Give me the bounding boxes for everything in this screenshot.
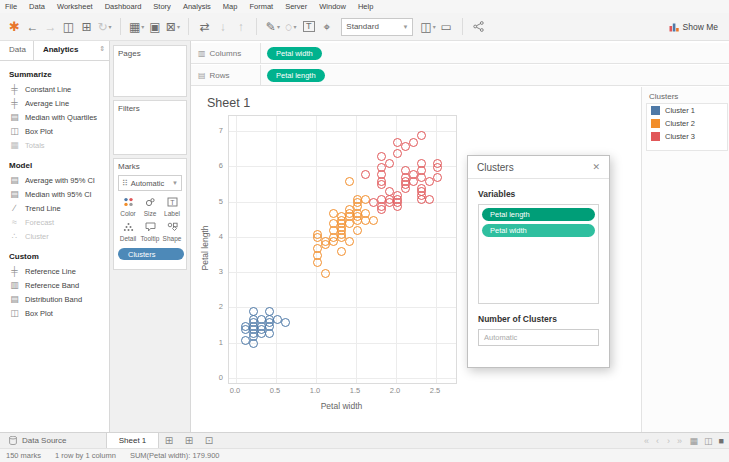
mark-type-dropdown[interactable]: ⠿ Automatic ▼: [118, 175, 182, 191]
analytics-item-average-line[interactable]: ╪Average Line: [0, 96, 109, 110]
data-point[interactable]: [393, 138, 402, 147]
redo-button[interactable]: →: [43, 17, 58, 37]
analytics-item-reference-line[interactable]: ╪Reference Line: [0, 264, 109, 278]
view-mode-dropdown[interactable]: Standard▼: [341, 18, 413, 36]
menu-window[interactable]: Window: [319, 2, 346, 11]
show-me-button[interactable]: Show Me: [669, 22, 722, 32]
save-button[interactable]: ◫: [61, 17, 76, 37]
tab-analytics[interactable]: Analytics: [33, 41, 86, 60]
new-worksheet-tab-button[interactable]: ⊞: [159, 433, 179, 448]
data-point[interactable]: [321, 269, 330, 278]
data-point[interactable]: [433, 173, 442, 182]
data-point[interactable]: [393, 191, 402, 200]
data-point[interactable]: [425, 195, 434, 204]
menu-help[interactable]: Help: [358, 2, 373, 11]
menu-file[interactable]: File: [5, 2, 17, 11]
fix-axes-button[interactable]: ⌖: [319, 17, 334, 37]
data-point[interactable]: [417, 131, 426, 140]
data-point[interactable]: [345, 177, 354, 186]
show-mark-labels-button[interactable]: T: [301, 17, 316, 37]
menu-server[interactable]: Server: [285, 2, 307, 11]
analytics-item-trend-line[interactable]: ∕Trend Line: [0, 201, 109, 215]
variable-pill-petal-length[interactable]: Petal length: [482, 208, 595, 221]
marks-button-shape[interactable]: Shape: [162, 220, 182, 243]
data-point[interactable]: [377, 152, 386, 161]
legend-item-cluster-3[interactable]: Cluster 3: [647, 130, 727, 143]
new-dashboard-tab-button[interactable]: ⊞: [179, 433, 199, 448]
marks-button-detail[interactable]: Detail: [118, 220, 138, 243]
share-button[interactable]: [471, 17, 486, 37]
highlight-button[interactable]: ✎▾: [265, 17, 280, 37]
analytics-item-box-plot[interactable]: ◫Box Plot: [0, 124, 109, 138]
last-tab-icon[interactable]: »: [676, 436, 684, 446]
sort-descending-button[interactable]: ↑: [233, 17, 248, 37]
marks-button-tooltip[interactable]: Tooltip: [140, 220, 160, 243]
data-point[interactable]: [393, 149, 402, 158]
data-point[interactable]: [361, 209, 370, 218]
columns-shelf[interactable]: ▥ Columns Petal width: [191, 43, 729, 64]
legend-item-cluster-2[interactable]: Cluster 2: [647, 117, 727, 130]
data-point[interactable]: [345, 237, 354, 246]
menu-analysis[interactable]: Analysis: [183, 2, 211, 11]
data-point[interactable]: [353, 226, 362, 235]
data-point[interactable]: [385, 159, 394, 168]
show-sheet-icon[interactable]: ■: [719, 436, 724, 446]
data-point[interactable]: [337, 247, 346, 256]
prev-tab-icon[interactable]: ‹: [654, 436, 662, 446]
data-point[interactable]: [281, 318, 290, 327]
analytics-item-median-with-95-ci[interactable]: ▤Median with 95% CI: [0, 187, 109, 201]
marks-button-color[interactable]: Color: [118, 195, 138, 218]
variable-pill-petal-width[interactable]: Petal width: [482, 224, 595, 237]
clusters-marks-pill[interactable]: Clusters: [118, 248, 184, 260]
columns-pill-petal-width[interactable]: Petal width: [267, 47, 322, 60]
swap-rows-columns-button[interactable]: ⇄: [197, 17, 212, 37]
y-axis-title[interactable]: Petal length: [200, 207, 210, 289]
collapse-pane-icon[interactable]: ⇕: [99, 41, 109, 60]
x-axis-title[interactable]: Petal width: [228, 401, 455, 411]
data-point[interactable]: [401, 166, 410, 175]
tableau-logo-icon[interactable]: ✱: [7, 17, 22, 37]
new-data-source-button[interactable]: ⊞: [79, 17, 94, 37]
tab-data[interactable]: Data: [0, 41, 33, 60]
analytics-item-reference-band[interactable]: ▥Reference Band: [0, 278, 109, 292]
marks-button-label[interactable]: TLabel: [162, 195, 182, 218]
presentation-mode-button[interactable]: ▭: [439, 17, 454, 37]
data-point[interactable]: [273, 315, 282, 324]
data-point[interactable]: [417, 184, 426, 193]
sheet-title[interactable]: Sheet 1: [207, 96, 250, 110]
show-filmstrip-icon[interactable]: ◫: [704, 436, 713, 446]
refresh-data-button[interactable]: ↻▾: [97, 17, 112, 37]
group-members-button[interactable]: ◌▾: [283, 17, 298, 37]
number-of-clusters-input[interactable]: Automatic: [478, 329, 599, 346]
analytics-item-distribution-band[interactable]: ▤Distribution Band: [0, 292, 109, 306]
variables-list[interactable]: Petal lengthPetal width: [478, 204, 599, 304]
menu-worksheet[interactable]: Worksheet: [57, 2, 93, 11]
data-point[interactable]: [409, 138, 418, 147]
data-point[interactable]: [369, 216, 378, 225]
data-point[interactable]: [249, 307, 258, 316]
analytics-item-constant-line[interactable]: ╪Constant Line: [0, 82, 109, 96]
rows-shelf[interactable]: ▤ Rows Petal length: [191, 65, 729, 86]
next-tab-icon[interactable]: ›: [665, 436, 673, 446]
first-tab-icon[interactable]: «: [643, 436, 651, 446]
data-point[interactable]: [385, 187, 394, 196]
menu-format[interactable]: Format: [249, 2, 273, 11]
close-icon[interactable]: ✕: [592, 162, 600, 172]
tab-sheet1[interactable]: Sheet 1: [106, 433, 159, 448]
new-story-tab-button[interactable]: ⊡: [199, 433, 219, 448]
analytics-item-median-with-quartiles[interactable]: ▤Median with Quartiles: [0, 110, 109, 124]
show-tabs-icon[interactable]: ▦: [690, 436, 699, 446]
tab-data-source[interactable]: Data Source: [0, 433, 106, 448]
legend-item-cluster-1[interactable]: Cluster 1: [647, 104, 727, 117]
data-point[interactable]: [433, 159, 442, 168]
menu-story[interactable]: Story: [153, 2, 171, 11]
data-point[interactable]: [265, 307, 274, 316]
data-point[interactable]: [313, 230, 322, 239]
data-point[interactable]: [417, 159, 426, 168]
duplicate-sheet-button[interactable]: ▣: [147, 17, 162, 37]
data-point[interactable]: [361, 170, 370, 179]
menu-map[interactable]: Map: [223, 2, 238, 11]
analytics-item-average-with-95-ci[interactable]: ▤Average with 95% CI: [0, 173, 109, 187]
menu-data[interactable]: Data: [29, 2, 45, 11]
sort-ascending-button[interactable]: ↓: [215, 17, 230, 37]
